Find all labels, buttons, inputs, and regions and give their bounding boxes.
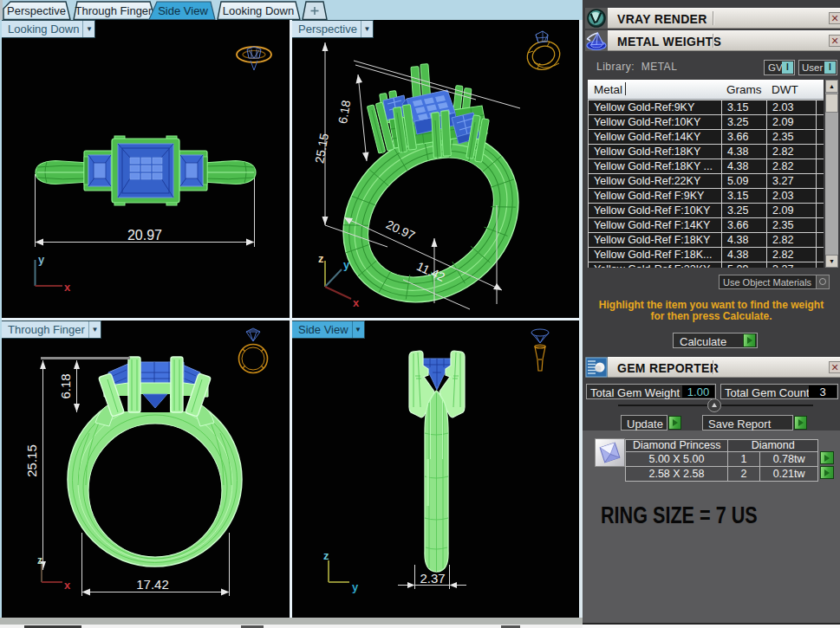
svg-text:Side View: Side View <box>158 4 208 17</box>
svg-text:z: z <box>318 252 324 265</box>
svg-text:17.42: 17.42 <box>136 577 169 592</box>
svg-text:6.18: 6.18 <box>58 373 73 398</box>
svg-text:20.97: 20.97 <box>127 228 162 243</box>
svg-text:z: z <box>37 554 42 566</box>
svg-text:y: y <box>352 580 359 593</box>
svg-text:y: y <box>343 258 350 271</box>
svg-text:x: x <box>64 579 71 592</box>
svg-text:z: z <box>323 549 329 562</box>
svg-text:Perspective: Perspective <box>7 4 66 17</box>
svg-text:x: x <box>353 296 360 309</box>
svg-text:25.15: 25.15 <box>24 444 39 477</box>
svg-text:Looking Down: Looking Down <box>223 4 294 17</box>
svg-text:x: x <box>64 281 71 294</box>
svg-text:y: y <box>38 253 45 266</box>
svg-text:2.37: 2.37 <box>420 571 445 586</box>
svg-text:6.18: 6.18 <box>335 99 354 125</box>
svg-text:25.15: 25.15 <box>312 132 331 164</box>
svg-text:Through Finger: Through Finger <box>75 4 153 17</box>
